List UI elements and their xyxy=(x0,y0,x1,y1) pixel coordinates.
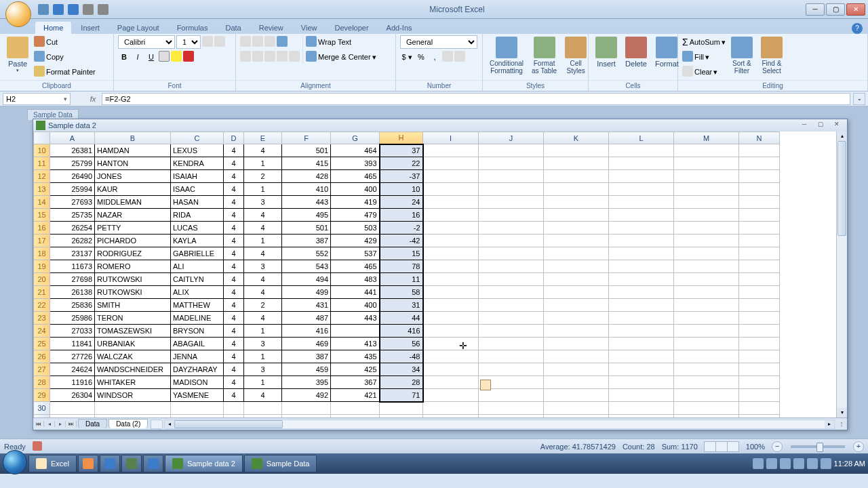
row-header-15[interactable]: 15 xyxy=(34,209,50,222)
cell-K20[interactable] xyxy=(544,273,609,286)
cell-C12[interactable]: ISAIAH xyxy=(171,170,224,183)
cell-D26[interactable]: 4 xyxy=(224,350,244,363)
cell-L10[interactable] xyxy=(609,144,674,157)
cell-D14[interactable]: 4 xyxy=(224,196,244,209)
orientation-icon[interactable] xyxy=(277,36,288,47)
cell-D31[interactable] xyxy=(224,415,244,418)
taskbar-item[interactable]: Excel xyxy=(28,455,77,472)
cell-L14[interactable] xyxy=(609,196,674,209)
cell-L24[interactable] xyxy=(609,325,674,338)
row-header-12[interactable]: 12 xyxy=(34,170,50,183)
cell-K30[interactable] xyxy=(544,402,609,415)
cell-A23[interactable]: 25986 xyxy=(50,312,95,325)
cell-N27[interactable] xyxy=(739,363,780,376)
cell-J19[interactable] xyxy=(479,260,544,273)
cell-F10[interactable]: 501 xyxy=(282,144,331,157)
column-header-N[interactable]: N xyxy=(739,132,780,144)
cell-N15[interactable] xyxy=(739,209,780,222)
cell-M10[interactable] xyxy=(674,144,739,157)
row-header-27[interactable]: 27 xyxy=(34,363,50,376)
cell-F22[interactable]: 431 xyxy=(282,299,331,312)
cell-K17[interactable] xyxy=(544,235,609,247)
cell-K14[interactable] xyxy=(544,196,609,209)
find-select-button[interactable]: Find & Select xyxy=(758,35,785,76)
cell-E20[interactable]: 4 xyxy=(244,273,282,286)
sheet-nav-last[interactable]: ⏭ xyxy=(66,421,77,427)
zoom-out-button[interactable]: − xyxy=(772,441,783,452)
cell-B15[interactable]: NAZAR xyxy=(95,209,171,222)
cell-J25[interactable] xyxy=(479,338,544,350)
tab-add-ins[interactable]: Add-Ins xyxy=(378,22,420,34)
cell-B27[interactable]: WANDSCHNEIDER xyxy=(95,363,171,376)
cell-C30[interactable] xyxy=(171,402,224,415)
row-header-11[interactable]: 11 xyxy=(34,157,50,170)
cell-J14[interactable] xyxy=(479,196,544,209)
cell-H27[interactable]: 34 xyxy=(380,363,423,376)
cell-I11[interactable] xyxy=(423,157,479,170)
cell-F30[interactable] xyxy=(282,402,331,415)
formula-input[interactable]: =F2-G2 xyxy=(102,93,850,105)
cell-H29[interactable]: 71 xyxy=(380,389,423,402)
cell-D12[interactable]: 4 xyxy=(224,170,244,183)
dec-decimal-icon[interactable] xyxy=(454,51,465,62)
cell-M26[interactable] xyxy=(674,350,739,363)
scroll-up-icon[interactable]: ▴ xyxy=(837,131,847,141)
format-painter-button[interactable]: Format Painter xyxy=(34,65,96,79)
tab-review[interactable]: Review xyxy=(251,22,292,34)
page-break-view-button[interactable] xyxy=(727,441,739,452)
cell-G15[interactable]: 479 xyxy=(331,209,380,222)
tab-home[interactable]: Home xyxy=(35,22,71,34)
grow-font-icon[interactable] xyxy=(202,36,213,47)
cell-F14[interactable]: 443 xyxy=(282,196,331,209)
cell-G26[interactable]: 435 xyxy=(331,350,380,363)
cell-I22[interactable] xyxy=(423,299,479,312)
cell-J30[interactable] xyxy=(479,402,544,415)
cell-A16[interactable]: 26254 xyxy=(50,222,95,235)
cell-G22[interactable]: 400 xyxy=(331,299,380,312)
cell-G27[interactable]: 425 xyxy=(331,363,380,376)
cell-B10[interactable]: HAMDAN xyxy=(95,144,171,157)
italic-button[interactable]: I xyxy=(132,53,144,61)
cell-A25[interactable]: 11841 xyxy=(50,338,95,350)
shrink-font-icon[interactable] xyxy=(214,36,225,47)
cell-N29[interactable] xyxy=(739,389,780,402)
cell-B21[interactable]: RUTKOWSKI xyxy=(95,286,171,299)
row-header-29[interactable]: 29 xyxy=(34,389,50,402)
cell-I15[interactable] xyxy=(423,209,479,222)
cell-I25[interactable] xyxy=(423,338,479,350)
cell-N20[interactable] xyxy=(739,273,780,286)
cell-H22[interactable]: 31 xyxy=(380,299,423,312)
redo-icon[interactable] xyxy=(68,4,79,15)
cell-D17[interactable]: 4 xyxy=(224,235,244,247)
cell-A31[interactable] xyxy=(50,415,95,418)
column-header-F[interactable]: F xyxy=(282,132,331,144)
sheet-tab-data-2-[interactable]: Data (2) xyxy=(108,419,148,428)
cell-B17[interactable]: PICHARDO xyxy=(95,235,171,247)
cell-H17[interactable]: -42 xyxy=(380,235,423,247)
column-header-D[interactable]: D xyxy=(224,132,244,144)
cell-I28[interactable] xyxy=(423,376,479,389)
cell-F19[interactable]: 543 xyxy=(282,260,331,273)
indent-inc-icon[interactable] xyxy=(289,51,300,62)
cell-L18[interactable] xyxy=(609,247,674,260)
cell-E22[interactable]: 2 xyxy=(244,299,282,312)
cell-F25[interactable]: 469 xyxy=(282,338,331,350)
cell-I20[interactable] xyxy=(423,273,479,286)
cell-G10[interactable]: 464 xyxy=(331,144,380,157)
cell-E17[interactable]: 1 xyxy=(244,235,282,247)
cell-E11[interactable]: 1 xyxy=(244,157,282,170)
cell-N17[interactable] xyxy=(739,235,780,247)
column-header-H[interactable]: H xyxy=(380,132,423,144)
cell-I23[interactable] xyxy=(423,312,479,325)
wrap-text-button[interactable]: Wrap Text xyxy=(306,35,376,49)
cell-K29[interactable] xyxy=(544,389,609,402)
cell-F13[interactable]: 410 xyxy=(282,183,331,196)
cell-F11[interactable]: 415 xyxy=(282,157,331,170)
zoom-slider[interactable] xyxy=(791,445,845,448)
cell-F26[interactable]: 387 xyxy=(282,350,331,363)
cell-D25[interactable]: 4 xyxy=(224,338,244,350)
copy-button[interactable]: Copy xyxy=(34,50,96,64)
row-header-25[interactable]: 25 xyxy=(34,338,50,350)
qat-icon-1[interactable] xyxy=(83,4,94,15)
font-name-select[interactable]: Calibri xyxy=(118,35,175,49)
